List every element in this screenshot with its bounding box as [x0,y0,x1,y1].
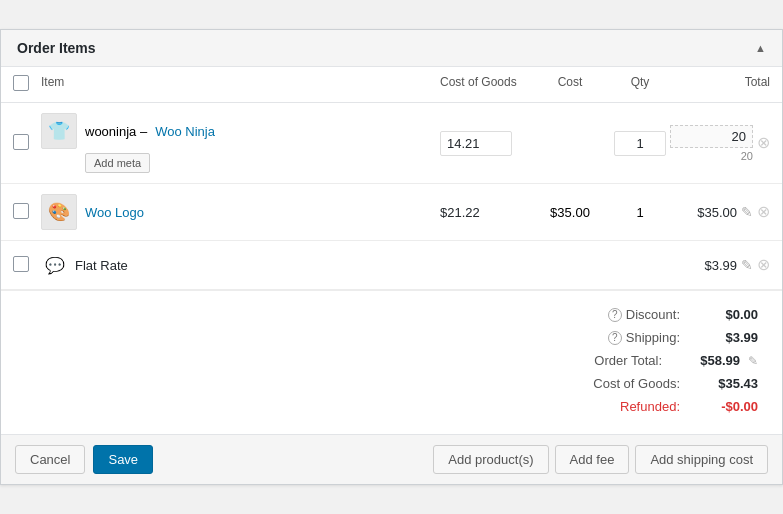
row2-total-cell: $35.00 ✎ ⊗ [670,204,770,220]
table-row: 👕 wooninja – Woo Ninja Add meta 20 20 [1,103,782,184]
table-body: 👕 wooninja – Woo Ninja Add meta 20 20 [1,103,782,290]
header-checkbox-col [13,75,41,94]
shipping-help-icon[interactable]: ? [608,331,622,345]
row3-total: $3.99 [704,258,737,273]
table-row: 💬 Flat Rate $3.99 ✎ ⊗ [1,241,782,290]
order-total-row: Order Total: $58.99 ✎ [25,349,758,372]
row1-meta-row: Add meta [41,153,440,173]
header-item: Item [41,75,440,94]
toggle-icon[interactable]: ▲ [755,42,766,54]
row3-item-name: Flat Rate [75,258,128,273]
order-total-edit-icon[interactable]: ✎ [748,354,758,368]
row2-cost-of-goods-cell: $21.22 [440,205,530,220]
row1-checkbox-cell [13,134,41,153]
row2-remove-icon[interactable]: ⊗ [757,204,770,220]
row2-checkbox-cell [13,203,41,222]
row1-total-amount: 20 [670,125,753,148]
select-all-checkbox[interactable] [13,75,29,91]
row1-remove-icon[interactable]: ⊗ [757,135,770,151]
row2-item-link[interactable]: Woo Logo [85,205,144,220]
row2-qty-cell: 1 [610,205,670,220]
row1-item-info: 👕 wooninja – Woo Ninja Add meta [41,113,440,173]
row2-edit-icon[interactable]: ✎ [741,205,753,219]
refunded-label: Refunded: [560,399,680,414]
row3-edit-icon[interactable]: ✎ [741,258,753,272]
table-row: 🎨 Woo Logo $21.22 $35.00 1 $35.00 ✎ ⊗ [1,184,782,241]
cost-of-goods-summary-label: Cost of Goods: [560,376,680,391]
row2-cost-of-goods: $21.22 [440,205,480,220]
shipping-row: ? Shipping: $3.99 [25,326,758,349]
row3-checkbox[interactable] [13,256,29,272]
header-qty: Qty [610,75,670,94]
row2-cost-cell: $35.00 [530,205,610,220]
discount-value: $0.00 [688,307,758,322]
shipping-icon: 💬 [41,251,69,279]
shipping-summary-label: ? Shipping: [560,330,680,345]
row3-checkbox-cell [13,256,41,275]
discount-row: ? Discount: $0.00 [25,303,758,326]
row3-item-info: 💬 Flat Rate [41,251,440,279]
row1-name-prefix: wooninja – [85,124,147,139]
save-button[interactable]: Save [93,445,153,474]
row2-cost: $35.00 [550,205,590,220]
row3-total-cell: $3.99 ✎ ⊗ [670,257,770,273]
row2-qty: 1 [636,205,643,220]
cost-of-goods-summary-row: Cost of Goods: $35.43 [25,372,758,395]
cost-of-goods-summary-value: $35.43 [688,376,758,391]
refunded-row: Refunded: -$0.00 [25,395,758,418]
row3-remove-icon[interactable]: ⊗ [757,257,770,273]
summary-section: ? Discount: $0.00 ? Shipping: $3.99 Orde… [1,290,782,434]
table-header: Item Cost of Goods Cost Qty Total [1,67,782,103]
order-items-panel: Order Items ▲ Item Cost of Goods Cost Qt… [0,29,783,485]
row2-checkbox[interactable] [13,203,29,219]
row1-total-cell: 20 20 ⊗ [670,125,770,162]
add-shipping-cost-button[interactable]: Add shipping cost [635,445,768,474]
row2-name-row: 🎨 Woo Logo [41,194,440,230]
panel-title: Order Items [17,40,96,56]
row1-thumbnail: 👕 [41,113,77,149]
header-cost: Cost [530,75,610,94]
row2-total: $35.00 [697,205,737,220]
refunded-value: -$0.00 [688,399,758,414]
panel-footer: Cancel Save Add product(s) Add fee Add s… [1,434,782,484]
row1-qty-input[interactable] [614,131,666,156]
add-fee-button[interactable]: Add fee [555,445,630,474]
row1-qty-cell [610,131,670,156]
footer-right-actions: Add product(s) Add fee Add shipping cost [433,445,768,474]
add-products-button[interactable]: Add product(s) [433,445,548,474]
cancel-button[interactable]: Cancel [15,445,85,474]
row1-total-sub: 20 [670,150,753,162]
shipping-summary-value: $3.99 [688,330,758,345]
order-total-label: Order Total: [542,353,662,368]
header-total: Total [670,75,770,94]
row2-thumbnail: 🎨 [41,194,77,230]
panel-header: Order Items ▲ [1,30,782,67]
add-meta-button[interactable]: Add meta [85,153,150,173]
order-total-value: $58.99 [670,353,740,368]
footer-left-actions: Cancel Save [15,445,153,474]
row1-name-row: 👕 wooninja – Woo Ninja [41,113,440,149]
row1-cost-of-goods-input[interactable] [440,131,512,156]
discount-label: ? Discount: [560,307,680,322]
row1-cost-of-goods-cell [440,131,530,156]
discount-help-icon[interactable]: ? [608,308,622,322]
row2-item-info: 🎨 Woo Logo [41,194,440,230]
row1-item-link[interactable]: Woo Ninja [155,124,215,139]
header-cost-of-goods: Cost of Goods [440,75,530,94]
row1-checkbox[interactable] [13,134,29,150]
